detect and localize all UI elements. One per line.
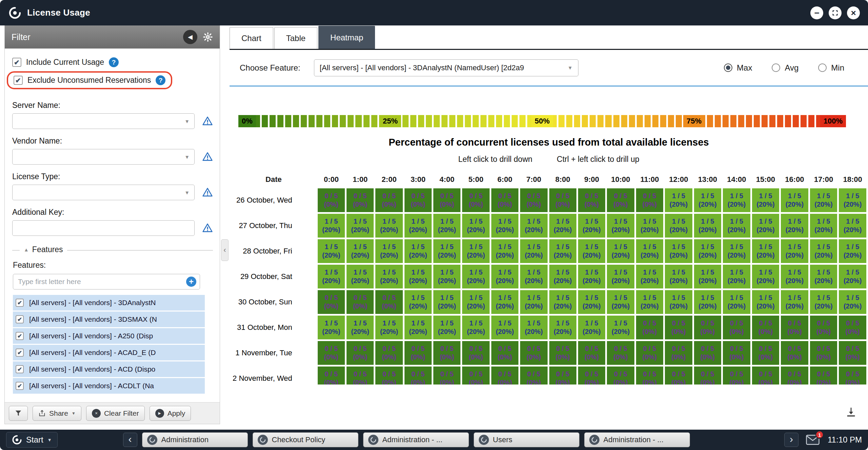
radio-avg[interactable]: Avg	[772, 63, 798, 73]
heatmap-cell[interactable]: 0 / 5(0%)	[433, 188, 460, 212]
radio-circle-icon[interactable]	[772, 63, 780, 72]
apply-button[interactable]: ► Apply	[150, 406, 191, 421]
heatmap-cell[interactable]: 1 / 5(20%)	[781, 239, 808, 263]
filter-funnel-button[interactable]	[9, 406, 28, 421]
heatmap-cell[interactable]: 0 / 5(0%)	[347, 188, 374, 212]
heatmap-cell[interactable]: 1 / 5(20%)	[520, 316, 547, 339]
start-button[interactable]: Start ▼	[6, 432, 58, 448]
heatmap-cell[interactable]: 0 / 5(0%)	[549, 367, 576, 385]
feature-list-item[interactable]: ✔[All servers] - [All vendors] - 3DAnaly…	[13, 295, 205, 311]
tab-table[interactable]: Table	[274, 27, 317, 49]
feature-checkbox[interactable]: ✔	[16, 299, 24, 307]
collapse-arrow-icon[interactable]: ▲	[24, 247, 29, 252]
heatmap-cell[interactable]: 1 / 5(20%)	[375, 316, 402, 339]
heatmap-cell[interactable]: 1 / 5(20%)	[405, 316, 432, 339]
heatmap-cell[interactable]: 1 / 5(20%)	[810, 188, 837, 212]
splitter-collapse-handle[interactable]: ‹	[221, 239, 229, 261]
heatmap-cell[interactable]: 1 / 5(20%)	[752, 265, 780, 288]
heatmap-cell[interactable]: 0 / 5(0%)	[318, 290, 345, 314]
heatmap-cell[interactable]: 0 / 5(0%)	[810, 341, 837, 365]
heatmap-cell[interactable]: 1 / 5(20%)	[607, 290, 634, 314]
heatmap-cell[interactable]: 1 / 5(20%)	[810, 290, 837, 314]
heatmap-cell[interactable]: 0 / 5(0%)	[723, 341, 750, 365]
heatmap-cell[interactable]: 1 / 5(20%)	[723, 214, 750, 238]
heatmap-cell[interactable]: 0 / 5(0%)	[462, 188, 489, 212]
heatmap-cell[interactable]: 0 / 5(0%)	[347, 367, 374, 385]
heatmap-cell[interactable]: 1 / 5(20%)	[781, 265, 808, 288]
taskbar-item[interactable]: Users	[474, 432, 579, 447]
exclude-unconsumed-reservations-checkbox[interactable]: ✔	[14, 76, 23, 85]
heatmap-cell[interactable]: 1 / 5(20%)	[723, 265, 750, 288]
heatmap-cell[interactable]: 0 / 5(0%)	[839, 367, 866, 385]
heatmap-cell[interactable]: 1 / 5(20%)	[723, 239, 750, 263]
heatmap-cell[interactable]: 1 / 5(20%)	[491, 239, 518, 263]
heatmap-cell[interactable]: 1 / 5(20%)	[405, 239, 432, 263]
heatmap-cell[interactable]: 1 / 5(20%)	[810, 265, 837, 288]
heatmap-cell[interactable]: 0 / 5(0%)	[810, 367, 837, 385]
heatmap-cell[interactable]: 1 / 5(20%)	[491, 265, 518, 288]
taskbar-item[interactable]: Administration	[142, 432, 248, 447]
heatmap-cell[interactable]: 0 / 5(0%)	[578, 367, 605, 385]
scroll-left-button[interactable]: ‹	[123, 433, 137, 447]
radio-max[interactable]: Max	[724, 63, 752, 73]
heatmap-cell[interactable]: 0 / 5(0%)	[752, 367, 780, 385]
feature-list-item[interactable]: ✔[All servers] - [All vendors] - 3DSMAX …	[13, 312, 205, 327]
heatmap-cell[interactable]: 0 / 5(0%)	[694, 316, 722, 339]
heatmap-cell[interactable]: 0 / 5(0%)	[607, 341, 634, 365]
heatmap-cell[interactable]: 1 / 5(20%)	[520, 265, 547, 288]
heatmap-cell[interactable]: 1 / 5(20%)	[433, 214, 460, 238]
download-icon[interactable]	[843, 404, 859, 420]
heatmap-cell[interactable]: 0 / 5(0%)	[578, 341, 605, 365]
heatmap-cell[interactable]: 1 / 5(20%)	[694, 265, 722, 288]
notifications-button[interactable]: 1	[806, 435, 820, 445]
heatmap-cell[interactable]: 1 / 5(20%)	[694, 214, 722, 238]
heatmap-cell[interactable]: 0 / 5(0%)	[347, 341, 374, 365]
heatmap-cell[interactable]: 0 / 5(0%)	[491, 367, 518, 385]
heatmap-cell[interactable]: 1 / 5(20%)	[781, 188, 808, 212]
heatmap-cell[interactable]: 0 / 5(0%)	[491, 341, 518, 365]
heatmap-cell[interactable]: 1 / 5(20%)	[405, 214, 432, 238]
heatmap-cell[interactable]: 1 / 5(20%)	[405, 290, 432, 314]
heatmap-cell[interactable]: 1 / 5(20%)	[347, 214, 374, 238]
feature-checkbox[interactable]: ✔	[16, 382, 24, 390]
heatmap-cell[interactable]: 1 / 5(20%)	[752, 188, 780, 212]
heatmap-cell[interactable]: 1 / 5(20%)	[752, 290, 780, 314]
heatmap-cell[interactable]: 1 / 5(20%)	[636, 290, 663, 314]
taskbar-item[interactable]: Administration - ...	[584, 432, 690, 447]
heatmap-cell[interactable]: 1 / 5(20%)	[491, 214, 518, 238]
heatmap-cell[interactable]: 1 / 5(20%)	[549, 214, 576, 238]
heatmap-cell[interactable]: 0 / 5(0%)	[318, 367, 345, 385]
heatmap-cell[interactable]: 1 / 5(20%)	[636, 239, 663, 263]
heatmap-cell[interactable]: 1 / 5(20%)	[375, 265, 402, 288]
heatmap-cell[interactable]: 0 / 5(0%)	[607, 188, 634, 212]
heatmap-cell[interactable]: 0 / 5(0%)	[839, 341, 866, 365]
heatmap-cell[interactable]: 1 / 5(20%)	[549, 265, 576, 288]
heatmap-cell[interactable]: 1 / 5(20%)	[549, 316, 576, 339]
heatmap-cell[interactable]: 0 / 5(0%)	[636, 188, 663, 212]
heatmap-cell[interactable]: 0 / 5(0%)	[405, 341, 432, 365]
heatmap-cell[interactable]: 0 / 5(0%)	[839, 316, 866, 339]
heatmap-cell[interactable]: 1 / 5(20%)	[375, 239, 402, 263]
feature-list-item[interactable]: ✔[All servers] - [All vendors] - ACDLT (…	[13, 378, 205, 394]
heatmap-cell[interactable]: 1 / 5(20%)	[723, 188, 750, 212]
heatmap-cell[interactable]: 1 / 5(20%)	[433, 265, 460, 288]
heatmap-cell[interactable]: 0 / 5(0%)	[462, 367, 489, 385]
vendor-name-dropdown[interactable]: ▼	[12, 149, 195, 165]
server-name-dropdown[interactable]: ▼	[12, 113, 195, 129]
heatmap-cell[interactable]: 1 / 5(20%)	[636, 214, 663, 238]
heatmap-cell[interactable]: 0 / 5(0%)	[781, 341, 808, 365]
heatmap-cell[interactable]: 1 / 5(20%)	[839, 290, 866, 314]
heatmap-cell[interactable]: 0 / 5(0%)	[665, 316, 692, 339]
heatmap-cell[interactable]: 1 / 5(20%)	[607, 265, 634, 288]
include-current-usage-checkbox[interactable]: ✔	[12, 58, 21, 67]
heatmap-cell[interactable]: 1 / 5(20%)	[607, 214, 634, 238]
add-icon[interactable]: +	[186, 277, 196, 287]
taskbar-item[interactable]: Checkout Policy	[253, 432, 358, 447]
heatmap-cell[interactable]: 1 / 5(20%)	[694, 290, 722, 314]
heatmap-cell[interactable]: 1 / 5(20%)	[694, 188, 722, 212]
heatmap-cell[interactable]: 1 / 5(20%)	[607, 316, 634, 339]
heatmap-cell[interactable]: 1 / 5(20%)	[752, 214, 780, 238]
expand-button[interactable]	[829, 6, 842, 19]
feature-checkbox[interactable]: ✔	[16, 332, 24, 340]
heatmap-cell[interactable]: 1 / 5(20%)	[318, 316, 345, 339]
